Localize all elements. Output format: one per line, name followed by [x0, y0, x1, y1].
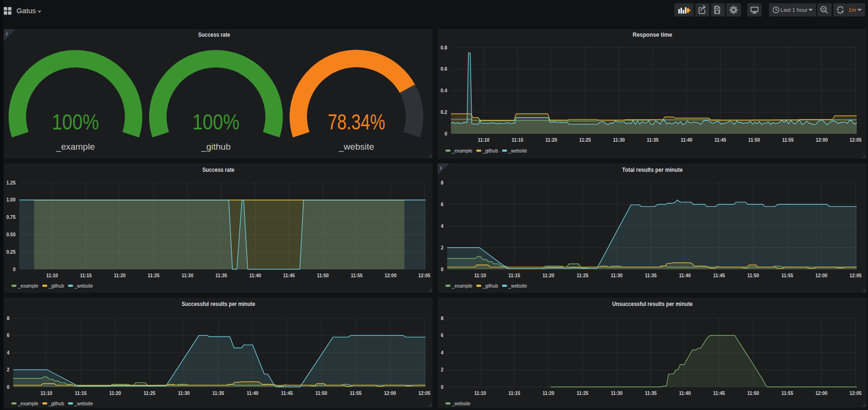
svg-text:12:05: 12:05	[850, 273, 862, 278]
svg-text:_example: _example	[451, 148, 473, 153]
svg-text:2: 2	[441, 367, 443, 372]
svg-text:11:20: 11:20	[109, 391, 121, 396]
svg-text:2: 2	[441, 245, 443, 250]
svg-text:i: i	[440, 165, 442, 170]
svg-text:6: 6	[441, 202, 443, 207]
svg-text:11:25: 11:25	[144, 391, 155, 396]
svg-text:6: 6	[441, 333, 443, 338]
svg-text:11:30: 11:30	[611, 273, 623, 278]
svg-text:11:35: 11:35	[645, 391, 657, 396]
svg-text:12:00: 12:00	[816, 137, 828, 143]
svg-text:11:50: 11:50	[315, 391, 327, 396]
svg-text:11:45: 11:45	[283, 273, 295, 278]
svg-text:_github: _github	[482, 283, 498, 289]
svg-text:11:55: 11:55	[781, 273, 793, 278]
svg-text:_website: _website	[338, 142, 374, 152]
svg-text:0.50: 0.50	[7, 232, 16, 237]
svg-text:11:15: 11:15	[508, 273, 520, 278]
svg-text:Gatus: Gatus	[16, 7, 36, 15]
svg-text:11:20: 11:20	[114, 273, 126, 278]
svg-text:11:10: 11:10	[46, 273, 58, 278]
svg-text:11:35: 11:35	[216, 273, 227, 278]
svg-text:11:40: 11:40	[679, 273, 691, 278]
svg-text:8: 8	[7, 316, 9, 321]
svg-text:4: 4	[441, 350, 443, 355]
svg-text:Response time: Response time	[633, 31, 672, 38]
svg-text:2: 2	[7, 367, 9, 372]
svg-text:0: 0	[441, 267, 443, 272]
svg-text:11:15: 11:15	[512, 137, 523, 143]
svg-text:11:10: 11:10	[474, 273, 486, 278]
svg-text:Success rate: Success rate	[202, 166, 234, 173]
svg-text:11:45: 11:45	[715, 137, 726, 143]
svg-text:0.75: 0.75	[7, 215, 16, 220]
svg-text:_website: _website	[74, 401, 93, 406]
svg-text:11:20: 11:20	[543, 273, 555, 278]
svg-text:4: 4	[441, 224, 443, 229]
svg-text:11:10: 11:10	[474, 391, 486, 396]
svg-text:11:20: 11:20	[543, 391, 555, 396]
svg-text:12:05: 12:05	[850, 137, 862, 143]
svg-text:8: 8	[441, 180, 443, 185]
svg-text:11:45: 11:45	[713, 273, 725, 278]
svg-text:11:50: 11:50	[747, 273, 759, 278]
svg-text:0.2: 0.2	[441, 110, 447, 115]
svg-text:11:50: 11:50	[317, 273, 329, 278]
svg-text:11:30: 11:30	[613, 137, 625, 143]
svg-text:100%: 100%	[52, 109, 99, 134]
svg-text:11:10: 11:10	[40, 391, 52, 396]
svg-text:_github: _github	[48, 283, 64, 289]
svg-text:11:35: 11:35	[647, 137, 659, 143]
svg-text:11:50: 11:50	[748, 137, 760, 143]
svg-text:_github: _github	[48, 401, 64, 406]
svg-text:Unsuccessful results per minut: Unsuccessful results per minute	[612, 300, 693, 307]
svg-text:12:00: 12:00	[815, 273, 828, 278]
svg-text:11:50: 11:50	[747, 391, 759, 396]
svg-text:11:45: 11:45	[281, 391, 293, 396]
svg-text:11:30: 11:30	[611, 391, 623, 396]
svg-text:11:55: 11:55	[781, 391, 793, 396]
svg-text:11:35: 11:35	[212, 391, 224, 396]
svg-text:_example: _example	[17, 401, 39, 406]
svg-text:11:15: 11:15	[508, 391, 520, 396]
svg-text:_example: _example	[17, 283, 39, 289]
svg-text:11:20: 11:20	[546, 137, 557, 143]
svg-text:11:10: 11:10	[478, 137, 490, 143]
svg-text:11:25: 11:25	[577, 391, 588, 396]
svg-text:0: 0	[13, 267, 16, 272]
svg-text:12:05: 12:05	[850, 391, 862, 396]
svg-text:Last 1 hour: Last 1 hour	[780, 7, 808, 13]
svg-text:11:40: 11:40	[247, 391, 258, 396]
svg-text:11:15: 11:15	[75, 391, 87, 396]
svg-text:12:00: 12:00	[815, 391, 828, 396]
svg-text:11:25: 11:25	[579, 137, 591, 143]
svg-text:1.25: 1.25	[7, 180, 16, 185]
svg-text:11:55: 11:55	[350, 391, 362, 396]
svg-text:_github: _github	[201, 142, 231, 152]
svg-text:Total results per minute: Total results per minute	[622, 166, 683, 173]
svg-text:11:55: 11:55	[782, 137, 794, 143]
svg-text:12:05: 12:05	[418, 391, 431, 396]
svg-text:12:00: 12:00	[385, 273, 397, 278]
svg-text:12:05: 12:05	[418, 273, 431, 278]
svg-text:_website: _website	[508, 148, 527, 153]
svg-text:0.4: 0.4	[441, 88, 447, 93]
svg-text:11:25: 11:25	[577, 273, 588, 278]
svg-text:_example: _example	[451, 283, 473, 289]
svg-text:_website: _website	[74, 283, 93, 289]
svg-text:11:40: 11:40	[249, 273, 261, 278]
svg-text:0.8: 0.8	[441, 45, 447, 50]
svg-text:11:30: 11:30	[182, 273, 193, 278]
svg-text:11:25: 11:25	[148, 273, 160, 278]
svg-text:_github: _github	[482, 148, 498, 153]
svg-text:0: 0	[7, 385, 9, 390]
svg-text:0.25: 0.25	[7, 249, 16, 255]
svg-text:i: i	[6, 31, 8, 36]
svg-text:_example: _example	[56, 142, 95, 152]
svg-text:12:00: 12:00	[384, 391, 396, 396]
svg-text:8: 8	[441, 316, 443, 321]
svg-text:11:55: 11:55	[351, 273, 362, 278]
svg-text:0.6: 0.6	[441, 66, 447, 72]
svg-text:Success rate: Success rate	[198, 31, 230, 38]
svg-text:6: 6	[7, 333, 9, 338]
